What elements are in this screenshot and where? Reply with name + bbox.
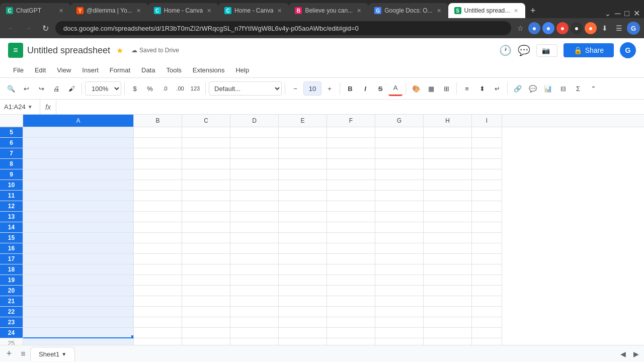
cell[interactable]: [327, 328, 375, 338]
cell[interactable]: [327, 243, 375, 254]
comment-icon[interactable]: 💬: [518, 44, 530, 56]
col-header-g[interactable]: G: [375, 115, 424, 127]
cell[interactable]: [230, 264, 279, 275]
cell[interactable]: [23, 286, 134, 296]
cell[interactable]: [182, 243, 230, 254]
cell[interactable]: [230, 286, 279, 296]
cell[interactable]: [375, 233, 424, 243]
cell[interactable]: [23, 254, 134, 264]
cell[interactable]: [424, 264, 472, 275]
cell[interactable]: [327, 286, 375, 296]
cell[interactable]: [375, 286, 424, 296]
row-number-14[interactable]: 14: [0, 222, 23, 233]
cell[interactable]: [424, 169, 472, 180]
cell[interactable]: [279, 296, 327, 307]
cell[interactable]: [23, 243, 134, 254]
row-number-21[interactable]: 21: [0, 296, 23, 307]
tab-close-gdocs[interactable]: ✕: [436, 7, 442, 15]
extension-icon3[interactable]: ●: [556, 22, 569, 34]
download-icon[interactable]: ⬇: [599, 22, 611, 34]
font-select[interactable]: Default... Arial Times New Roman Roboto: [209, 81, 282, 96]
font-size-decrease-button[interactable]: −: [288, 81, 302, 96]
profile-menu-icon[interactable]: ☰: [613, 22, 625, 34]
cell[interactable]: [472, 243, 502, 254]
sheet-menu-button[interactable]: ≡: [16, 347, 30, 361]
row-number-25[interactable]: 25: [0, 338, 23, 345]
sheet-nav-next[interactable]: ▶: [630, 348, 642, 360]
filter-button[interactable]: ⊟: [556, 81, 570, 96]
cell[interactable]: [23, 138, 134, 148]
cell[interactable]: [327, 138, 375, 148]
cell[interactable]: [230, 201, 279, 212]
cell[interactable]: [327, 338, 375, 345]
sheet-tab-sheet1[interactable]: Sheet1 ▼: [30, 347, 75, 361]
cell[interactable]: [472, 191, 502, 201]
cell[interactable]: [424, 138, 472, 148]
cell[interactable]: [279, 243, 327, 254]
cell[interactable]: [472, 328, 502, 338]
cell[interactable]: [230, 254, 279, 264]
row-number-16[interactable]: 16: [0, 243, 23, 254]
cell[interactable]: [279, 317, 327, 328]
undo-button[interactable]: ↩: [19, 81, 33, 96]
cell[interactable]: [134, 169, 182, 180]
tab-sheets[interactable]: S Untitled spread... ✕: [448, 3, 526, 18]
cell[interactable]: [182, 317, 230, 328]
cell[interactable]: [23, 338, 134, 345]
cell[interactable]: [182, 328, 230, 338]
cell[interactable]: [375, 338, 424, 345]
cell[interactable]: [230, 243, 279, 254]
cell[interactable]: [23, 148, 134, 159]
cell[interactable]: [424, 222, 472, 233]
cell[interactable]: [327, 296, 375, 307]
cell-ref-dropdown-icon[interactable]: ▼: [28, 104, 33, 110]
strikethrough-button[interactable]: S: [373, 81, 387, 96]
cell[interactable]: [424, 212, 472, 222]
cell[interactable]: [23, 201, 134, 212]
cell[interactable]: [23, 127, 134, 138]
row-number-22[interactable]: 22: [0, 307, 23, 317]
cell[interactable]: [23, 222, 134, 233]
cell[interactable]: [230, 169, 279, 180]
cell[interactable]: [23, 191, 134, 201]
cell[interactable]: [134, 328, 182, 338]
format-number-button[interactable]: 123: [188, 81, 202, 96]
menu-edit[interactable]: Edit: [30, 64, 51, 76]
cell[interactable]: [134, 286, 182, 296]
cell[interactable]: [279, 307, 327, 317]
maximize-icon[interactable]: □: [624, 9, 629, 18]
cell[interactable]: [230, 138, 279, 148]
cell[interactable]: [230, 212, 279, 222]
cell[interactable]: [182, 191, 230, 201]
cell[interactable]: [230, 328, 279, 338]
row-number-7[interactable]: 7: [0, 148, 23, 159]
cell[interactable]: [375, 201, 424, 212]
cell[interactable]: [230, 307, 279, 317]
cell[interactable]: [375, 169, 424, 180]
cell[interactable]: [424, 338, 472, 345]
cell[interactable]: [230, 233, 279, 243]
cell[interactable]: [327, 254, 375, 264]
tab-close-sheets[interactable]: ✕: [513, 7, 519, 15]
cell[interactable]: [230, 275, 279, 286]
cell[interactable]: [327, 191, 375, 201]
cell[interactable]: [424, 307, 472, 317]
cell[interactable]: [182, 222, 230, 233]
zoom-select[interactable]: 100% 75% 125% 150%: [85, 81, 121, 96]
cell[interactable]: [279, 286, 327, 296]
row-number-19[interactable]: 19: [0, 275, 23, 286]
cell[interactable]: [279, 338, 327, 345]
valign-button[interactable]: ⬍: [475, 81, 489, 96]
cell[interactable]: [327, 159, 375, 169]
tab-gdocs[interactable]: G Google Docs: O... ✕: [368, 3, 448, 18]
row-number-18[interactable]: 18: [0, 264, 23, 275]
cell[interactable]: [424, 296, 472, 307]
cell[interactable]: [182, 127, 230, 138]
cell[interactable]: [230, 222, 279, 233]
cell[interactable]: [230, 148, 279, 159]
extension-icon2[interactable]: ●: [542, 22, 554, 34]
percent-button[interactable]: %: [143, 81, 157, 96]
cell[interactable]: [472, 233, 502, 243]
row-number-9[interactable]: 9: [0, 169, 23, 180]
cell[interactable]: [472, 307, 502, 317]
